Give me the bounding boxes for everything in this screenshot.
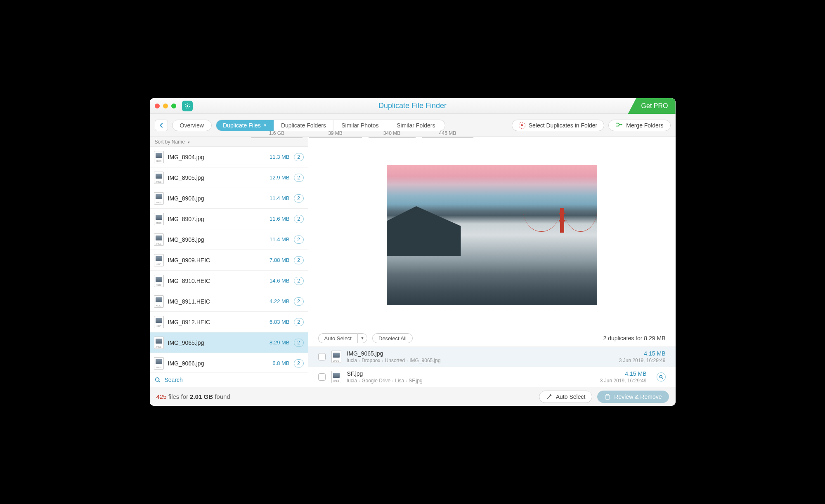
file-size: 11.4 MB — [269, 236, 289, 243]
merge-folders-button[interactable]: Merge Folders — [608, 120, 670, 131]
file-name: IMG_8907.jpg — [168, 216, 266, 222]
file-row[interactable]: JPEGIMG_8908.jpg11.4 MB2 — [150, 229, 308, 250]
review-remove-button[interactable]: Review & Remove — [597, 391, 669, 403]
tab-similar-folders[interactable]: Similar Folders — [387, 120, 445, 131]
file-row[interactable]: JPEGIMG_8905.jpg12.9 MB2 — [150, 167, 308, 188]
file-row[interactable]: JPEGIMG_9065.jpg8.29 MB2 — [150, 332, 308, 353]
window-title: Duplicate File Finder — [150, 101, 676, 110]
file-size: 14.6 MB — [269, 278, 289, 284]
get-pro-button[interactable]: Get PRO — [628, 98, 676, 114]
tab-size-row: 1.6 GB39 MB340 MB445 MB — [248, 130, 477, 138]
preview-image — [387, 165, 597, 305]
merge-icon — [615, 122, 623, 129]
file-name: IMG_8905.jpg — [168, 174, 266, 181]
tab-duplicate-folders[interactable]: Duplicate Folders — [274, 120, 333, 131]
magnifier-icon — [659, 374, 664, 379]
file-icon: JPEG — [154, 233, 164, 246]
app-window: Duplicate File Finder Get PRO Overview D… — [150, 98, 676, 406]
titlebar: Duplicate File Finder Get PRO — [150, 98, 676, 114]
deselect-all-button[interactable]: Deselect All — [372, 333, 413, 343]
duplicate-row[interactable]: JPEGIMG_9065.jpglucia›Dropbox›Unsorted›I… — [308, 346, 676, 367]
overview-button[interactable]: Overview — [172, 120, 212, 131]
sort-dropdown[interactable]: Sort by Name ▼ — [150, 137, 308, 147]
duplicate-size: 4.15 MB — [600, 370, 647, 377]
preview-area — [308, 137, 676, 330]
duplicate-count-badge: 2 — [294, 256, 304, 264]
file-list[interactable]: JPEGIMG_8904.jpg11.3 MB2JPEGIMG_8905.jpg… — [150, 147, 308, 372]
checkbox[interactable] — [318, 373, 326, 381]
sidebar: Sort by Name ▼ JPEGIMG_8904.jpg11.3 MB2J… — [150, 137, 308, 387]
close-button[interactable] — [155, 104, 160, 108]
select-duplicates-in-folder-button[interactable]: Select Duplicates in Folder — [512, 120, 605, 131]
duplicate-path: lucia›Dropbox›Unsorted›IMG_9065.jpg — [347, 358, 441, 363]
file-size: 6.83 MB — [269, 319, 289, 325]
back-button[interactable] — [155, 120, 168, 131]
duplicate-toolbar: Auto Select ▼ Deselect All 2 duplicates … — [308, 330, 676, 346]
duplicate-count-badge: 2 — [294, 297, 304, 306]
file-row[interactable]: JPEGIMG_8906.jpg11.4 MB2 — [150, 188, 308, 209]
file-row[interactable]: HEICIMG_8910.HEIC14.6 MB2 — [150, 271, 308, 291]
file-name: IMG_8904.jpg — [168, 154, 266, 160]
file-name: IMG_8909.HEIC — [168, 257, 266, 264]
tab-duplicate-files[interactable]: Duplicate Files▼ — [216, 120, 274, 131]
duplicate-name: SF.jpg — [347, 370, 423, 377]
maximize-button[interactable] — [171, 104, 176, 108]
preview-zoom-button[interactable] — [657, 372, 666, 382]
file-size: 12.9 MB — [269, 174, 289, 181]
file-size: 4.22 MB — [269, 298, 289, 304]
file-icon: JPEG — [154, 192, 164, 205]
duplicate-count-badge: 2 — [294, 153, 304, 161]
tab-similar-photos[interactable]: Similar Photos — [333, 120, 387, 131]
search-placeholder: Search — [165, 377, 183, 383]
auto-select-split-button: Auto Select ▼ — [318, 333, 368, 343]
file-size: 7.88 MB — [269, 257, 289, 263]
search-icon — [155, 377, 161, 383]
duplicate-count-badge: 2 — [294, 318, 304, 326]
footer-auto-select-button[interactable]: Auto Select — [539, 391, 593, 403]
svg-point-1 — [187, 105, 188, 107]
chevron-down-icon: ▼ — [187, 141, 190, 144]
duplicate-count-badge: 2 — [294, 194, 304, 203]
file-icon: JPEG — [154, 213, 164, 225]
duplicate-name: IMG_9065.jpg — [347, 350, 441, 357]
file-size: 6.8 MB — [272, 360, 289, 366]
file-size: 11.4 MB — [269, 195, 289, 201]
file-row[interactable]: JPEGIMG_8907.jpg11.6 MB2 — [150, 209, 308, 229]
file-icon: HEIC — [154, 295, 164, 308]
file-row[interactable]: JPEGIMG_9066.jpg6.8 MB2 — [150, 353, 308, 372]
search-row[interactable]: Search — [150, 372, 308, 387]
wand-icon — [546, 393, 553, 400]
footer-size: 2.01 GB — [190, 393, 213, 400]
duplicate-count-badge: 2 — [294, 277, 304, 285]
footer-count: 425 — [156, 393, 167, 400]
auto-select-dropdown[interactable]: ▼ — [357, 333, 367, 343]
checkbox[interactable] — [318, 353, 326, 360]
file-icon: JPEG — [154, 151, 164, 163]
file-row[interactable]: HEICIMG_8912.HEIC6.83 MB2 — [150, 312, 308, 332]
file-row[interactable]: JPEGIMG_8904.jpg11.3 MB2 — [150, 147, 308, 167]
file-icon: JPEG — [154, 357, 164, 370]
duplicate-count-badge: 2 — [294, 174, 304, 182]
duplicate-date: 3 Jun 2019, 16:29:49 — [619, 358, 666, 363]
auto-select-button[interactable]: Auto Select — [318, 333, 358, 343]
app-icon — [182, 101, 193, 111]
file-row[interactable]: HEICIMG_8909.HEIC7.88 MB2 — [150, 250, 308, 271]
svg-line-4 — [158, 381, 160, 382]
footer-summary: 425 files for 2.01 GB found — [156, 393, 230, 400]
body: Sort by Name ▼ JPEGIMG_8904.jpg11.3 MB2J… — [150, 137, 676, 387]
duplicate-row[interactable]: JPEGSF.jpglucia›Google Drive›Lisa›SF.jpg… — [308, 367, 676, 387]
file-name: IMG_9065.jpg — [168, 339, 266, 346]
svg-point-3 — [155, 377, 159, 381]
category-tabs: Duplicate Files▼Duplicate FoldersSimilar… — [216, 120, 445, 131]
file-icon: JPEG — [154, 337, 164, 349]
minimize-button[interactable] — [163, 104, 168, 108]
file-row[interactable]: HEICIMG_8911.HEIC4.22 MB2 — [150, 291, 308, 312]
file-name: IMG_8911.HEIC — [168, 298, 266, 305]
duplicate-count-badge: 2 — [294, 339, 304, 347]
select-duplicates-label: Select Duplicates in Folder — [529, 122, 598, 129]
footer: 425 files for 2.01 GB found Auto Select … — [150, 387, 676, 406]
duplicate-count-badge: 2 — [294, 236, 304, 244]
duplicate-size: 4.15 MB — [619, 350, 666, 357]
duplicate-count-badge: 2 — [294, 215, 304, 223]
duplicate-summary: 2 duplicates for 8.29 MB — [603, 335, 666, 341]
